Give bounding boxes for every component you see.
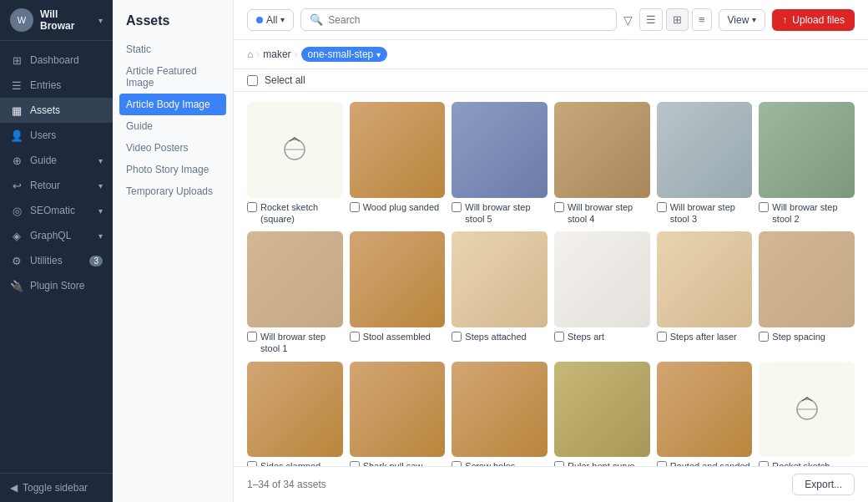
asset-item[interactable]: Stool assembled [350,231,446,354]
upload-button[interactable]: ↑ Upload files [772,9,855,31]
asset-item[interactable]: Wood plug sanded [350,102,446,225]
asset-count-label: 1–34 of 34 assets [247,479,326,490]
utilities-badge: 3 [89,256,103,266]
asset-label-text: Step spacing [772,331,825,342]
asset-item[interactable]: Will browar step stool 1 [247,231,343,354]
sidebar-item-assets[interactable]: ▦ Assets [0,98,113,123]
upload-label: Upload files [792,14,845,26]
asset-item[interactable]: Will browar step stool 4 [554,102,650,225]
table-view-button[interactable]: ≡ [692,8,712,31]
sidebar-label-retour: Retour [30,180,60,191]
view-dropdown-button[interactable]: View ▾ [719,9,766,31]
sub-sidebar-item-photo-story[interactable]: Photo Story Image [113,159,233,180]
asset-checkbox[interactable] [350,202,360,212]
asset-item[interactable]: Rocket sketch (square) [247,102,343,225]
toggle-sidebar-button[interactable]: ◀ Toggle sidebar [10,482,103,494]
sidebar-item-retour[interactable]: ↩ Retour ▾ [0,173,113,198]
guide-icon: ⊕ [10,154,23,167]
sidebar: W Will Browar ▾ ⊞ Dashboard ☰ Entries ▦ … [0,0,113,502]
seomatic-icon: ◎ [10,204,23,217]
asset-checkbox[interactable] [247,332,257,342]
breadcrumb-sep-1: › [256,48,260,60]
sidebar-label-plugin-store: Plugin Store [30,280,84,292]
filter-button[interactable]: All ▾ [247,9,294,31]
asset-item[interactable]: Ruler bent curve [554,362,650,466]
sidebar-label-entries: Entries [30,79,61,91]
asset-checkbox[interactable] [452,202,462,212]
breadcrumb-maker[interactable]: maker [263,48,290,60]
view-controls: ☰ ⊞ ≡ [639,8,712,31]
sidebar-item-utilities[interactable]: ⚙ Utilities 3 [0,248,113,273]
breadcrumb-home[interactable]: ⌂ [247,48,253,60]
asset-label-text: Sides clamped [260,460,320,466]
sidebar-item-graphql[interactable]: ◈ GraphQL ▾ [0,223,113,248]
sub-sidebar-item-article-body[interactable]: Article Body Image [119,94,226,115]
search-input[interactable] [328,14,608,26]
asset-checkbox[interactable] [759,332,769,342]
asset-checkbox[interactable] [657,332,667,342]
sub-sidebar-item-guide[interactable]: Guide [113,115,233,137]
asset-item[interactable]: Will browar step stool 3 [657,102,753,225]
graphql-icon: ◈ [10,229,23,242]
main-content: Assets Static Article Featured Image Art… [113,0,868,502]
list-view-button[interactable]: ☰ [639,8,663,31]
sub-sidebar-item-video-posters[interactable]: Video Posters [113,137,233,159]
assets-icon: ▦ [10,104,23,117]
sidebar-item-seomatic[interactable]: ◎ SEOmatic ▾ [0,198,113,223]
asset-item[interactable]: Shark pull saw [350,362,446,466]
sidebar-label-users: Users [30,129,56,141]
asset-checkbox[interactable] [554,332,564,342]
asset-checkbox[interactable] [247,202,257,212]
asset-item[interactable]: Step spacing [759,231,855,354]
seomatic-arrow-icon: ▾ [98,206,103,216]
select-all-checkbox[interactable] [247,75,258,86]
asset-label-text: Steps art [568,331,604,342]
sidebar-footer: ◀ Toggle sidebar [0,473,113,502]
asset-label-text: Rocket sketch (square) [260,201,343,226]
asset-checkbox[interactable] [554,202,564,212]
sub-sidebar-item-static[interactable]: Static [113,38,233,60]
asset-panel: All ▾ 🔍 ▽ ☰ ⊞ ≡ View ▾ ↑ [234,0,868,502]
breadcrumb-current[interactable]: one-small-step ▾ [301,47,388,62]
sidebar-item-dashboard[interactable]: ⊞ Dashboard [0,48,113,73]
sidebar-item-users[interactable]: 👤 Users [0,123,113,148]
content-area: Assets Static Article Featured Image Art… [113,0,868,502]
sidebar-label-assets: Assets [30,104,60,116]
asset-label-text: Will browar step stool 2 [772,201,855,226]
sub-sidebar-item-article-featured[interactable]: Article Featured Image [113,60,233,94]
asset-item[interactable]: Rocket sketch [759,362,855,466]
view-label: View [728,14,749,26]
sidebar-item-plugin-store[interactable]: 🔌 Plugin Store [0,273,113,298]
asset-footer: 1–34 of 34 assets Export... [234,466,868,502]
asset-checkbox[interactable] [759,202,769,212]
select-bar: Select all [234,69,868,92]
asset-item[interactable]: Routed and sanded [657,362,753,466]
sub-sidebar-item-temp-uploads[interactable]: Temporary Uploads [113,180,233,202]
asset-item[interactable]: Will browar step stool 5 [452,102,548,225]
asset-checkbox[interactable] [452,332,462,342]
asset-item[interactable]: Sides clamped [247,362,343,466]
retour-arrow-icon: ▾ [98,181,103,190]
sidebar-header: W Will Browar ▾ [0,0,113,41]
export-button[interactable]: Export... [792,474,855,495]
asset-label-text: Will browar step stool 1 [260,331,343,355]
username-label: Will Browar [40,8,92,32]
asset-item[interactable]: Screw holes [452,362,548,466]
sub-sidebar-title: Assets [113,13,233,38]
sidebar-item-entries[interactable]: ☰ Entries [0,73,113,98]
asset-label-text: Ruler bent curve [568,460,635,466]
asset-item[interactable]: Will browar step stool 2 [759,102,855,225]
asset-checkbox[interactable] [350,332,360,342]
graphql-arrow-icon: ▾ [98,231,103,241]
filter-icon[interactable]: ▽ [623,13,633,27]
asset-grid: Rocket sketch (square)Wood plug sandedWi… [234,92,868,466]
asset-item[interactable]: Steps after laser [657,231,753,354]
asset-item[interactable]: Steps art [554,231,650,354]
asset-checkbox[interactable] [657,202,667,212]
asset-item[interactable]: Steps attached [452,231,548,354]
sidebar-item-guide[interactable]: ⊕ Guide ▾ [0,148,113,173]
sidebar-nav: ⊞ Dashboard ☰ Entries ▦ Assets 👤 Users ⊕… [0,41,113,473]
grid-view-button[interactable]: ⊞ [666,8,689,31]
asset-label-text: Routed and sanded [670,460,750,466]
search-box: 🔍 [300,8,617,31]
